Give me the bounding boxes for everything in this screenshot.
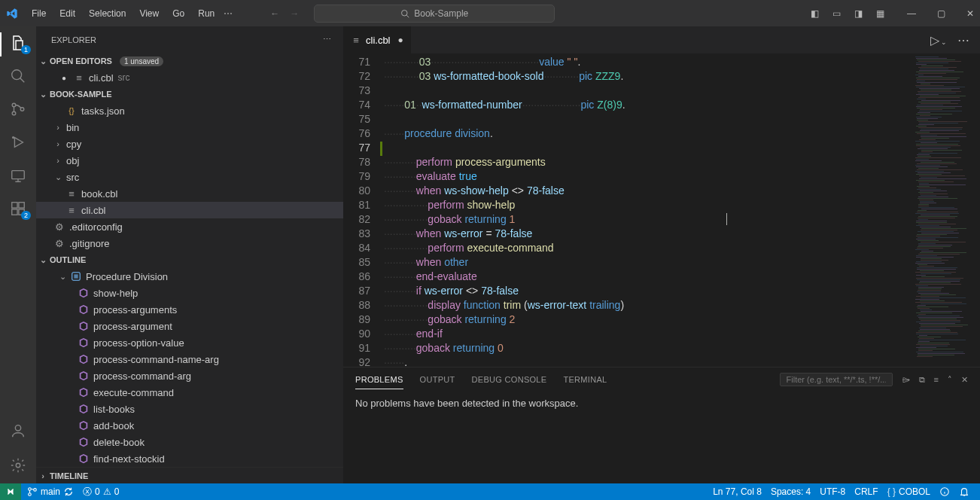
extensions-icon[interactable]: 2 xyxy=(9,200,27,218)
outline-item-label: execute-command xyxy=(93,387,174,398)
folder-obj[interactable]: ›obj xyxy=(36,152,343,169)
outline-item[interactable]: process-arguments xyxy=(36,301,343,318)
accounts-icon[interactable] xyxy=(9,422,27,440)
svg-point-6 xyxy=(20,108,24,111)
layout-customize-icon[interactable]: ▦ xyxy=(876,8,884,19)
open-editor-item[interactable]: ≡ cli.cbl src xyxy=(36,69,343,86)
collapse-icon[interactable]: ⧉ xyxy=(919,375,925,385)
remote-explorer-icon[interactable] xyxy=(9,166,27,184)
nav-back-icon[interactable]: ← xyxy=(270,8,279,19)
outline-root[interactable]: ⌄ Procedure Division xyxy=(36,268,343,285)
remote-indicator[interactable] xyxy=(0,483,21,500)
timeline-header[interactable]: › TIMELINE xyxy=(36,467,343,483)
menu-selection[interactable]: Selection xyxy=(83,5,132,22)
svg-point-17 xyxy=(29,488,32,491)
file-icon: ≡ xyxy=(66,188,77,199)
layout-panel-icon[interactable]: ▭ xyxy=(832,8,841,19)
tree-item-label: bin xyxy=(66,122,79,133)
folder-header[interactable]: ⌄ BOOK-SAMPLE xyxy=(36,86,343,102)
search-activity-icon[interactable] xyxy=(9,67,27,85)
sidebar-more-icon[interactable]: ⋯ xyxy=(323,35,331,44)
file-tasks.json[interactable]: {}tasks.json xyxy=(36,102,343,119)
command-center[interactable]: Book-Sample xyxy=(314,5,555,23)
outline-header[interactable]: ⌄ OUTLINE xyxy=(36,252,343,268)
minimap[interactable] xyxy=(912,53,980,367)
notifications-icon[interactable] xyxy=(954,486,974,497)
outline-item-label: add-book xyxy=(93,420,134,431)
indentation[interactable]: Spaces: 4 xyxy=(766,486,815,497)
outline-item[interactable]: process-command-name-arg xyxy=(36,351,343,367)
editor-tab[interactable]: ≡ cli.cbl ● xyxy=(343,26,412,53)
svg-rect-16 xyxy=(74,274,78,278)
folder-cpy[interactable]: ›cpy xyxy=(36,136,343,152)
outline-item[interactable]: add-book xyxy=(36,417,343,434)
panel-tab-terminal[interactable]: TERMINAL xyxy=(563,370,607,389)
open-editors-header[interactable]: ⌄ OPEN EDITORS 1 unsaved xyxy=(36,53,343,69)
filter-icon[interactable]: ⌲ xyxy=(902,375,910,384)
feedback-icon[interactable] xyxy=(935,486,954,497)
nav-forward-icon[interactable]: → xyxy=(290,8,299,19)
window-maximize-icon[interactable]: ▢ xyxy=(937,8,945,19)
outline-item[interactable]: show-help xyxy=(36,285,343,301)
menu-file[interactable]: File xyxy=(26,5,52,22)
problems-filter-input[interactable] xyxy=(780,373,893,386)
panel-tab-problems[interactable]: PROBLEMS xyxy=(355,370,403,389)
outline-item[interactable]: list-books xyxy=(36,401,343,417)
view-as-icon[interactable]: ≡ xyxy=(934,375,939,384)
tree-item-label: src xyxy=(66,172,79,183)
run-dropdown-icon[interactable]: ▷⌄ xyxy=(930,33,947,47)
svg-point-13 xyxy=(15,425,20,431)
close-panel-icon[interactable]: ✕ xyxy=(961,375,968,385)
encoding[interactable]: UTF-8 xyxy=(815,486,850,497)
chevron-down-icon: ⌄ xyxy=(59,272,66,282)
window-minimize-icon[interactable]: — xyxy=(907,8,916,19)
file-book.cbl[interactable]: ≡book.cbl xyxy=(36,185,343,202)
layout-sidebar-right-icon[interactable]: ◨ xyxy=(854,8,863,19)
panel-tab-debug-console[interactable]: DEBUG CONSOLE xyxy=(472,370,547,389)
layout-sidebar-left-icon[interactable]: ◧ xyxy=(811,8,819,19)
editor-more-icon[interactable]: ⋯ xyxy=(957,33,969,47)
file-.editorconfig[interactable]: ⚙.editorconfig xyxy=(36,218,343,235)
branch-indicator[interactable]: main xyxy=(23,486,78,497)
menu-overflow[interactable]: ⋯ xyxy=(224,8,233,19)
eol[interactable]: CRLF xyxy=(850,486,882,497)
file-.gitignore[interactable]: ⚙.gitignore xyxy=(36,235,343,252)
folder-src[interactable]: ⌄src xyxy=(36,169,343,185)
menu-edit[interactable]: Edit xyxy=(53,5,81,22)
outline-item[interactable]: process-argument xyxy=(36,318,343,334)
outline-item[interactable]: find-next-stockid xyxy=(36,450,343,467)
window-close-icon[interactable]: ✕ xyxy=(966,8,974,19)
tree-item-label: cli.cbl xyxy=(81,205,106,216)
outline-item-label: show-help xyxy=(93,288,138,299)
file-icon: {} xyxy=(66,105,77,116)
outline-item[interactable]: process-command-arg xyxy=(36,367,343,384)
explorer-icon[interactable]: 1 xyxy=(9,34,27,52)
debug-icon[interactable] xyxy=(9,133,27,151)
tree-item-label: .gitignore xyxy=(69,238,109,249)
menu-view[interactable]: View xyxy=(133,5,165,22)
file-cli.cbl[interactable]: ≡cli.cbl xyxy=(36,202,343,218)
menu-go[interactable]: Go xyxy=(166,5,190,22)
problems-indicator[interactable]: ⓧ0 ⚠0 xyxy=(78,486,123,498)
chevron-icon: ⌄ xyxy=(54,172,62,182)
settings-gear-icon[interactable] xyxy=(9,456,27,474)
outline-item[interactable]: execute-command xyxy=(36,384,343,401)
outline-item[interactable]: delete-book xyxy=(36,434,343,450)
maximize-panel-icon[interactable]: ˄ xyxy=(948,375,952,385)
folder-bin[interactable]: ›bin xyxy=(36,119,343,136)
svg-point-2 xyxy=(12,70,22,80)
bottom-panel: PROBLEMSOUTPUTDEBUG CONSOLETERMINAL ⌲ ⧉ … xyxy=(343,367,980,483)
chevron-down-icon: ⌄ xyxy=(39,56,47,66)
folder-label: BOOK-SAMPLE xyxy=(50,90,112,99)
cursor-position[interactable]: Ln 77, Col 8 xyxy=(708,486,766,497)
menu-run[interactable]: Run xyxy=(192,5,221,22)
language-mode[interactable]: { } COBOL xyxy=(883,486,935,497)
panel-tab-output[interactable]: OUTPUT xyxy=(420,370,455,389)
svg-point-7 xyxy=(13,137,14,139)
svg-point-19 xyxy=(34,489,37,492)
open-editor-path: src xyxy=(118,72,130,83)
method-icon xyxy=(78,437,89,447)
scm-icon[interactable] xyxy=(9,100,27,118)
outline-item[interactable]: process-option-value xyxy=(36,334,343,351)
code-editor[interactable]: 7172737475767778798081828384858687888990… xyxy=(343,53,980,367)
